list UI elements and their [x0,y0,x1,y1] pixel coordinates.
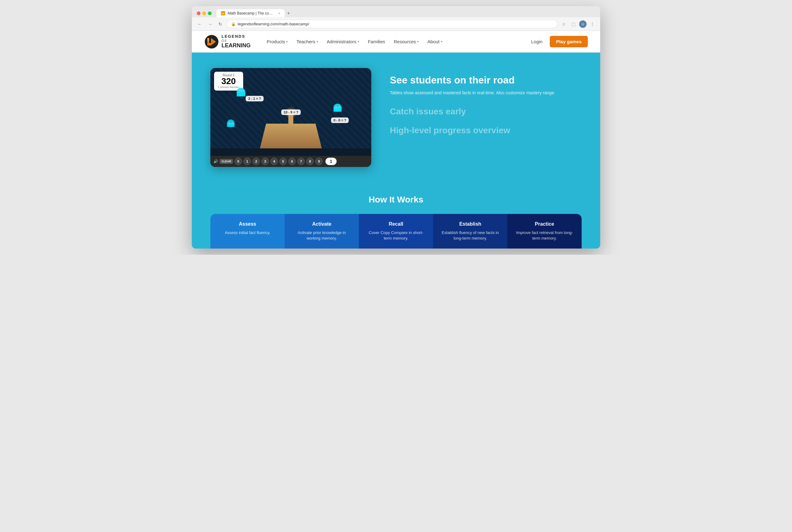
nav-item-administrators[interactable]: Administrators ▾ [323,37,363,47]
tab-title: Math Basecamp | The comple [228,11,275,16]
login-button[interactable]: Login [528,37,546,47]
site-logo[interactable]: LEGENDS OF LEARNING [204,34,251,49]
browser-tab-active[interactable]: LL Math Basecamp | The comple × [217,9,284,17]
administrators-chevron-icon: ▾ [357,40,359,43]
nav-links: Products ▾ Teachers ▾ Administrators ▾ F… [263,37,528,47]
step-recall-label: Recall [365,221,427,227]
number-4-button[interactable]: 4 [271,158,278,165]
bookmark-button[interactable]: ☆ [560,20,568,28]
svg-point-11 [229,123,230,124]
browser-toolbar: ← → ↻ 🔒 legendsoflearning.com/math-basec… [192,17,600,31]
website-content: LEGENDS OF LEARNING Products ▾ Teachers … [192,31,600,249]
svg-point-18 [339,107,340,108]
close-window-button[interactable] [197,12,201,15]
browser-titlebar: LL Math Basecamp | The comple × + [192,6,600,17]
forward-button[interactable]: → [206,20,214,28]
step-activate-desc: Activate prior knowledge in working memo… [291,230,353,241]
back-button[interactable]: ← [196,20,204,28]
browser-window: LL Math Basecamp | The comple × + ← → ↻ … [192,6,600,249]
number-7-button[interactable]: 7 [297,158,305,165]
volume-icon[interactable]: 🔊 [214,159,218,164]
game-screenshot: Round 2 320 1 Ghosts Remain 2 - 1 = ? 10… [210,68,371,167]
hero-text: See students on their road Tables show a… [390,68,582,144]
step-practice-desc: Improve fact retrieval from long-term me… [514,230,575,241]
about-chevron-icon: ▾ [441,40,442,43]
game-score: 320 [218,77,239,86]
address-bar[interactable]: 🔒 legendsoflearning.com/math-basecamp/ [226,20,557,28]
step-activate: Activate Activate prior knowledge in wor… [284,214,359,249]
ghost-3-icon [333,103,342,115]
ghost-1-icon [236,88,246,99]
svg-rect-14 [333,108,342,112]
math-bubble-2: 10 - 9 = ? [281,110,301,115]
hero-inactive-heading-2[interactable]: High-level progress overview [390,125,582,136]
play-games-button[interactable]: Play games [550,36,588,47]
step-recall: Recall Cover Copy Compare in short-term … [359,214,433,249]
minimize-window-button[interactable] [202,12,206,15]
user-avatar[interactable]: U [579,20,587,28]
resources-chevron-icon: ▾ [417,40,419,43]
nav-actions: Login Play games [528,36,588,47]
reload-button[interactable]: ↻ [217,20,224,28]
teachers-chevron-icon: ▾ [316,40,318,43]
step-recall-desc: Cover Copy Compare in short-term memory. [365,230,427,241]
site-navigation: LEGENDS OF LEARNING Products ▾ Teachers … [192,31,600,53]
nav-item-products[interactable]: Products ▾ [263,37,291,47]
how-it-works-section: How It Works Assess Assess initial fact … [192,183,600,249]
step-assess-desc: Assess initial fact fluency. [217,230,278,235]
nav-item-teachers[interactable]: Teachers ▾ [293,37,322,47]
game-controls: 🔊 CLEAR 0 1 2 3 4 5 6 7 8 9 1 [210,156,371,167]
number-0-button[interactable]: 0 [235,158,242,165]
svg-rect-2 [237,92,245,96]
step-establish: Establish Establish fluency of new facts… [433,214,508,249]
traffic-lights [197,12,211,15]
ghost-2-icon [226,119,235,130]
hero-description: Tables show assessed and mastered facts … [390,90,582,96]
logo-icon [204,34,219,49]
math-bubble-3: 0 - 0 = ? [331,117,349,123]
logo-text: LEGENDS OF LEARNING [222,34,251,49]
tab-bar: LL Math Basecamp | The comple × + [217,9,595,17]
svg-point-17 [336,107,337,108]
steps-container: Assess Assess initial fact fluency. Acti… [210,214,582,249]
svg-rect-8 [227,124,235,127]
svg-point-12 [232,123,232,124]
how-it-works-title: How It Works [210,195,582,205]
toolbar-actions: ☆ ⬚ U ⋮ [560,20,596,28]
step-practice-label: Practice [514,221,575,227]
tab-favicon-icon: LL [221,11,225,16]
number-1-button[interactable]: 1 [243,158,251,165]
game-platform [260,124,322,148]
math-bubble-1: 2 - 1 = ? [246,96,263,101]
number-8-button[interactable]: 8 [306,158,314,165]
hero-section: Round 2 320 1 Ghosts Remain 2 - 1 = ? 10… [192,53,600,183]
step-establish-label: Establish [439,221,501,227]
new-tab-button[interactable]: + [284,11,292,16]
more-options-button[interactable]: ⋮ [588,20,596,28]
step-assess-label: Assess [217,221,278,227]
tab-close-icon[interactable]: × [278,12,280,15]
number-9-button[interactable]: 9 [315,158,323,165]
number-6-button[interactable]: 6 [288,158,296,165]
step-assess: Assess Assess initial fact fluency. [210,214,284,249]
hero-inactive-heading-1[interactable]: Catch issues early [390,106,582,117]
number-5-button[interactable]: 5 [279,158,287,165]
nav-item-resources[interactable]: Resources ▾ [390,37,423,47]
number-2-button[interactable]: 2 [253,158,260,165]
products-chevron-icon: ▾ [286,40,288,43]
step-activate-label: Activate [291,221,353,227]
svg-point-5 [239,91,240,92]
svg-point-6 [242,91,243,92]
extensions-button[interactable]: ⬚ [570,20,577,28]
maximize-window-button[interactable] [208,12,211,15]
secure-icon: 🔒 [231,22,236,26]
url-text: legendsoflearning.com/math-basecamp/ [238,22,309,26]
answer-display: 1 [326,158,337,165]
nav-item-about[interactable]: About ▾ [424,37,446,47]
game-canvas: Round 2 320 1 Ghosts Remain 2 - 1 = ? 10… [210,68,371,167]
number-3-button[interactable]: 3 [261,158,269,165]
step-practice: Practice Improve fact retrieval from lon… [508,214,582,249]
clear-button[interactable]: CLEAR [220,159,233,164]
step-establish-desc: Establish fluency of new facts in long-t… [439,230,501,241]
nav-item-families[interactable]: Families [364,37,389,47]
